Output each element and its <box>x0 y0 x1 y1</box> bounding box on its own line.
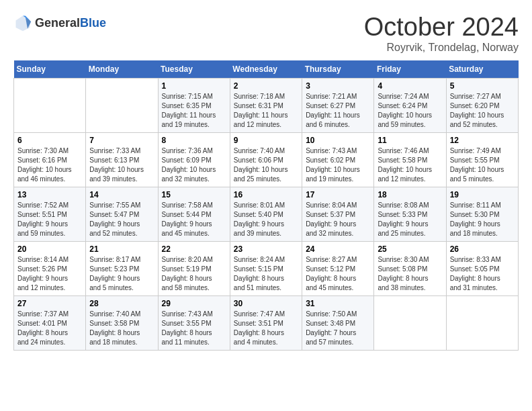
calendar-cell <box>446 295 518 350</box>
calendar-cell: 13Sunrise: 7:52 AM Sunset: 5:51 PM Dayli… <box>14 187 86 241</box>
day-info: Sunrise: 7:15 AM Sunset: 6:35 PM Dayligh… <box>162 92 226 130</box>
day-info: Sunrise: 7:50 AM Sunset: 3:48 PM Dayligh… <box>306 310 370 347</box>
page-header: GeneralBlue October 2024 Royrvik, Tronde… <box>13 13 519 54</box>
day-info: Sunrise: 8:04 AM Sunset: 5:37 PM Dayligh… <box>306 201 370 238</box>
calendar-cell: 6Sunrise: 7:30 AM Sunset: 6:16 PM Daylig… <box>14 132 86 187</box>
day-info: Sunrise: 7:40 AM Sunset: 3:58 PM Dayligh… <box>89 310 154 347</box>
day-number: 2 <box>234 81 298 91</box>
day-info: Sunrise: 8:20 AM Sunset: 5:19 PM Dayligh… <box>162 255 226 293</box>
calendar-cell: 31Sunrise: 7:50 AM Sunset: 3:48 PM Dayli… <box>302 295 374 350</box>
calendar-cell: 23Sunrise: 8:24 AM Sunset: 5:15 PM Dayli… <box>230 241 302 295</box>
day-number: 4 <box>378 81 442 91</box>
day-number: 16 <box>234 190 298 199</box>
calendar-week-row: 6Sunrise: 7:30 AM Sunset: 6:16 PM Daylig… <box>14 132 519 187</box>
day-info: Sunrise: 7:47 AM Sunset: 3:51 PM Dayligh… <box>234 310 298 347</box>
logo-blue: Blue <box>80 16 106 30</box>
calendar-week-row: 1Sunrise: 7:15 AM Sunset: 6:35 PM Daylig… <box>14 78 519 132</box>
day-number: 28 <box>89 299 154 308</box>
day-number: 3 <box>306 81 370 91</box>
day-number: 20 <box>17 244 82 254</box>
calendar-table: SundayMondayTuesdayWednesdayThursdayFrid… <box>13 60 519 351</box>
day-number: 15 <box>162 190 226 199</box>
logo-general: General <box>35 16 80 30</box>
calendar-cell: 5Sunrise: 7:27 AM Sunset: 6:20 PM Daylig… <box>446 78 518 132</box>
calendar-cell: 7Sunrise: 7:33 AM Sunset: 6:13 PM Daylig… <box>86 132 158 187</box>
column-header-thursday: Thursday <box>302 60 374 79</box>
calendar-cell: 30Sunrise: 7:47 AM Sunset: 3:51 PM Dayli… <box>230 295 302 350</box>
day-number: 19 <box>450 190 515 199</box>
calendar-cell: 19Sunrise: 8:11 AM Sunset: 5:30 PM Dayli… <box>446 187 518 241</box>
column-header-friday: Friday <box>374 60 446 79</box>
day-number: 1 <box>162 81 226 91</box>
calendar-cell: 9Sunrise: 7:40 AM Sunset: 6:06 PM Daylig… <box>230 132 302 187</box>
column-header-tuesday: Tuesday <box>158 60 230 79</box>
day-number: 11 <box>378 136 442 145</box>
day-number: 25 <box>378 244 442 254</box>
calendar-cell: 21Sunrise: 8:17 AM Sunset: 5:23 PM Dayli… <box>86 241 158 295</box>
day-number: 8 <box>162 136 226 145</box>
day-number: 29 <box>162 299 226 308</box>
calendar-cell: 14Sunrise: 7:55 AM Sunset: 5:47 PM Dayli… <box>86 187 158 241</box>
day-info: Sunrise: 7:37 AM Sunset: 4:01 PM Dayligh… <box>17 310 82 347</box>
calendar-cell: 2Sunrise: 7:18 AM Sunset: 6:31 PM Daylig… <box>230 78 302 132</box>
calendar-cell: 18Sunrise: 8:08 AM Sunset: 5:33 PM Dayli… <box>374 187 446 241</box>
calendar-week-row: 20Sunrise: 8:14 AM Sunset: 5:26 PM Dayli… <box>14 241 519 295</box>
day-info: Sunrise: 8:01 AM Sunset: 5:40 PM Dayligh… <box>234 201 298 238</box>
day-info: Sunrise: 7:43 AM Sunset: 3:55 PM Dayligh… <box>162 310 226 347</box>
calendar-cell <box>86 78 158 132</box>
calendar-cell: 28Sunrise: 7:40 AM Sunset: 3:58 PM Dayli… <box>86 295 158 350</box>
day-info: Sunrise: 8:14 AM Sunset: 5:26 PM Dayligh… <box>17 255 82 293</box>
calendar-cell: 24Sunrise: 8:27 AM Sunset: 5:12 PM Dayli… <box>302 241 374 295</box>
calendar-cell: 27Sunrise: 7:37 AM Sunset: 4:01 PM Dayli… <box>14 295 86 350</box>
location-title: Royrvik, Trondelag, Norway <box>364 42 519 54</box>
day-info: Sunrise: 7:58 AM Sunset: 5:44 PM Dayligh… <box>162 201 226 238</box>
calendar-cell: 10Sunrise: 7:43 AM Sunset: 6:02 PM Dayli… <box>302 132 374 187</box>
day-info: Sunrise: 7:30 AM Sunset: 6:16 PM Dayligh… <box>17 146 82 184</box>
calendar-cell: 16Sunrise: 8:01 AM Sunset: 5:40 PM Dayli… <box>230 187 302 241</box>
column-header-sunday: Sunday <box>14 60 86 79</box>
day-info: Sunrise: 8:17 AM Sunset: 5:23 PM Dayligh… <box>89 255 154 293</box>
day-number: 13 <box>17 190 82 199</box>
day-number: 23 <box>234 244 298 254</box>
day-number: 10 <box>306 136 370 145</box>
calendar-cell: 12Sunrise: 7:49 AM Sunset: 5:55 PM Dayli… <box>446 132 518 187</box>
day-number: 6 <box>17 136 82 145</box>
month-title: October 2024 <box>364 13 519 42</box>
day-info: Sunrise: 7:40 AM Sunset: 6:06 PM Dayligh… <box>234 146 298 184</box>
calendar-cell: 8Sunrise: 7:36 AM Sunset: 6:09 PM Daylig… <box>158 132 230 187</box>
calendar-cell <box>374 295 446 350</box>
day-number: 17 <box>306 190 370 199</box>
day-number: 21 <box>89 244 154 254</box>
day-info: Sunrise: 8:30 AM Sunset: 5:08 PM Dayligh… <box>378 255 442 293</box>
calendar-cell: 1Sunrise: 7:15 AM Sunset: 6:35 PM Daylig… <box>158 78 230 132</box>
calendar-cell: 25Sunrise: 8:30 AM Sunset: 5:08 PM Dayli… <box>374 241 446 295</box>
title-block: October 2024 Royrvik, Trondelag, Norway <box>364 13 519 54</box>
day-number: 26 <box>450 244 515 254</box>
day-info: Sunrise: 7:24 AM Sunset: 6:24 PM Dayligh… <box>378 92 442 130</box>
day-number: 27 <box>17 299 82 308</box>
calendar-cell: 20Sunrise: 8:14 AM Sunset: 5:26 PM Dayli… <box>14 241 86 295</box>
calendar-week-row: 13Sunrise: 7:52 AM Sunset: 5:51 PM Dayli… <box>14 187 519 241</box>
calendar-header-row: SundayMondayTuesdayWednesdayThursdayFrid… <box>14 60 519 79</box>
day-number: 22 <box>162 244 226 254</box>
day-info: Sunrise: 8:08 AM Sunset: 5:33 PM Dayligh… <box>378 201 442 238</box>
calendar-week-row: 27Sunrise: 7:37 AM Sunset: 4:01 PM Dayli… <box>14 295 519 350</box>
day-number: 30 <box>234 299 298 308</box>
day-number: 7 <box>89 136 154 145</box>
day-info: Sunrise: 7:52 AM Sunset: 5:51 PM Dayligh… <box>17 201 82 238</box>
calendar-cell: 3Sunrise: 7:21 AM Sunset: 6:27 PM Daylig… <box>302 78 374 132</box>
logo-text: GeneralBlue <box>35 16 106 30</box>
column-header-wednesday: Wednesday <box>230 60 302 79</box>
logo: GeneralBlue <box>13 13 106 32</box>
column-header-saturday: Saturday <box>446 60 518 79</box>
day-info: Sunrise: 7:18 AM Sunset: 6:31 PM Dayligh… <box>234 92 298 130</box>
calendar-cell: 4Sunrise: 7:24 AM Sunset: 6:24 PM Daylig… <box>374 78 446 132</box>
calendar-cell <box>14 78 86 132</box>
day-number: 18 <box>378 190 442 199</box>
day-info: Sunrise: 7:33 AM Sunset: 6:13 PM Dayligh… <box>89 146 154 184</box>
day-info: Sunrise: 8:11 AM Sunset: 5:30 PM Dayligh… <box>450 201 515 238</box>
day-number: 14 <box>89 190 154 199</box>
calendar-cell: 26Sunrise: 8:33 AM Sunset: 5:05 PM Dayli… <box>446 241 518 295</box>
day-number: 31 <box>306 299 370 308</box>
calendar-cell: 22Sunrise: 8:20 AM Sunset: 5:19 PM Dayli… <box>158 241 230 295</box>
